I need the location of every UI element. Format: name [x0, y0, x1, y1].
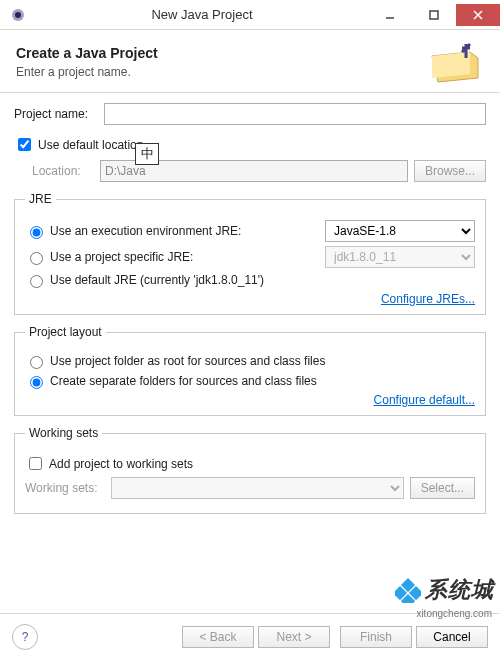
wizard-header: Create a Java Project Enter a project na…: [0, 30, 500, 93]
help-button[interactable]: ?: [12, 624, 38, 650]
project-layout-legend: Project layout: [25, 325, 106, 339]
watermark-brand: 系统城: [425, 575, 494, 605]
eclipse-icon: [0, 7, 36, 23]
project-name-input[interactable]: [104, 103, 486, 125]
svg-text:?: ?: [22, 630, 29, 644]
add-working-sets-checkbox[interactable]: [29, 457, 42, 470]
use-default-location-checkbox[interactable]: [18, 138, 31, 151]
project-layout-group: Project layout Use project folder as roo…: [14, 325, 486, 416]
next-button: Next >: [258, 626, 330, 648]
jre-env-radio[interactable]: [30, 226, 43, 239]
jre-specific-select: jdk1.8.0_11: [325, 246, 475, 268]
ime-indicator: 中: [135, 143, 159, 165]
back-button: < Back: [182, 626, 254, 648]
layout-root-label: Use project folder as root for sources a…: [50, 354, 325, 368]
svg-rect-2: [430, 11, 438, 19]
minimize-button[interactable]: [368, 4, 412, 26]
location-label: Location:: [32, 164, 100, 178]
window-titlebar: New Java Project: [0, 0, 500, 30]
working-sets-legend: Working sets: [25, 426, 102, 440]
working-sets-group: Working sets Add project to working sets…: [14, 426, 486, 514]
close-button[interactable]: [456, 4, 500, 26]
layout-separate-radio[interactable]: [30, 376, 43, 389]
working-sets-label: Working sets:: [25, 481, 111, 495]
jre-env-label: Use an execution environment JRE:: [50, 224, 241, 238]
project-name-label: Project name:: [14, 107, 104, 121]
configure-jres-link[interactable]: Configure JREs...: [25, 292, 475, 306]
watermark: 系统城: [395, 575, 494, 605]
jre-specific-label: Use a project specific JRE:: [50, 250, 193, 264]
jre-env-select[interactable]: JavaSE-1.8: [325, 220, 475, 242]
jre-default-radio[interactable]: [30, 275, 43, 288]
jre-default-label: Use default JRE (currently 'jdk1.8.0_11'…: [50, 273, 264, 287]
finish-button: Finish: [340, 626, 412, 648]
working-sets-select: [111, 477, 404, 499]
window-title: New Java Project: [36, 7, 368, 22]
page-subtitle: Enter a project name.: [16, 65, 426, 79]
jre-specific-radio[interactable]: [30, 252, 43, 265]
layout-root-radio[interactable]: [30, 356, 43, 369]
page-title: Create a Java Project: [16, 45, 426, 61]
watermark-site: xitongcheng.com: [416, 608, 492, 619]
configure-default-link[interactable]: Configure default...: [25, 393, 475, 407]
use-default-location-label: Use default location: [38, 138, 143, 152]
jre-group: JRE Use an execution environment JRE: Ja…: [14, 192, 486, 315]
diamond-icon: [395, 577, 421, 603]
working-sets-select-button: Select...: [410, 477, 475, 499]
java-project-icon: [426, 38, 484, 86]
wizard-footer: ? < Back Next > Finish Cancel: [0, 613, 500, 659]
add-working-sets-label: Add project to working sets: [49, 457, 193, 471]
cancel-button[interactable]: Cancel: [416, 626, 488, 648]
maximize-button[interactable]: [412, 4, 456, 26]
browse-button: Browse...: [414, 160, 486, 182]
layout-separate-label: Create separate folders for sources and …: [50, 374, 317, 388]
jre-legend: JRE: [25, 192, 56, 206]
